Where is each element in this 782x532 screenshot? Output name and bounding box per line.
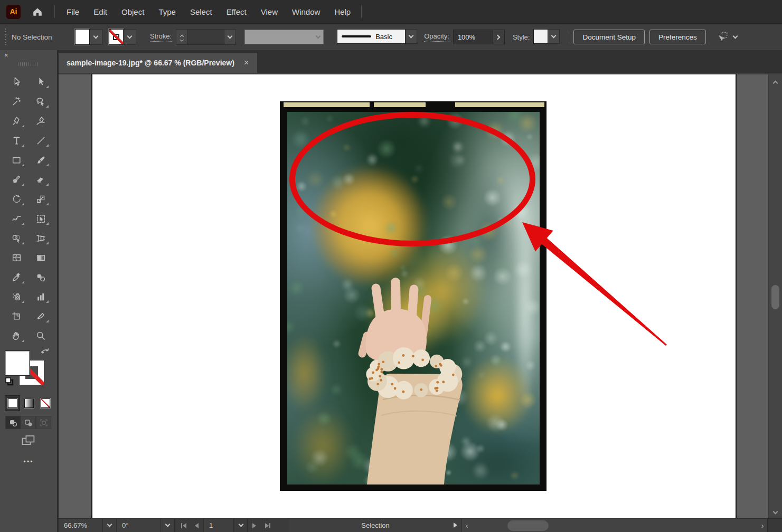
preferences-button[interactable]: Preferences bbox=[649, 30, 706, 44]
menu-type[interactable]: Type bbox=[158, 7, 176, 16]
illustrator-logo-icon[interactable]: Ai bbox=[6, 5, 21, 19]
tool-width[interactable] bbox=[7, 211, 25, 226]
style-dropdown-button[interactable] bbox=[548, 29, 560, 44]
menu-help[interactable]: Help bbox=[334, 7, 351, 16]
tool-type[interactable] bbox=[7, 133, 25, 148]
vertical-scroll-thumb[interactable] bbox=[771, 285, 779, 309]
panel-grip-dots[interactable] bbox=[18, 62, 39, 66]
horizontal-scroll-track[interactable] bbox=[472, 519, 758, 532]
menu-edit[interactable]: Edit bbox=[93, 7, 107, 16]
stroke-weight-field[interactable] bbox=[187, 29, 224, 45]
close-icon[interactable]: × bbox=[244, 58, 249, 68]
panel-grip[interactable] bbox=[5, 28, 6, 45]
tool-rotate[interactable] bbox=[7, 192, 25, 206]
stroke-dropdown-button[interactable] bbox=[124, 29, 136, 45]
scroll-left-icon[interactable]: ‹ bbox=[462, 521, 472, 530]
opacity-label[interactable]: Opacity: bbox=[424, 32, 449, 42]
artboard-number-field[interactable]: 1 bbox=[203, 519, 234, 532]
tool-artboard[interactable] bbox=[7, 309, 25, 324]
tool-scale[interactable] bbox=[32, 192, 50, 206]
brush-definition-field[interactable]: Basic bbox=[337, 29, 406, 44]
draw-normal-button[interactable] bbox=[5, 416, 21, 429]
tool-magic-wand[interactable] bbox=[7, 94, 25, 109]
status-bar: 66.67% 0° 1 Selection bbox=[59, 518, 782, 532]
brush-dropdown-button[interactable] bbox=[406, 29, 417, 44]
tool-rectangle[interactable] bbox=[7, 153, 25, 167]
stroke-weight-dropdown[interactable] bbox=[224, 29, 236, 45]
horizontal-scroll-thumb[interactable] bbox=[507, 520, 549, 531]
tool-direct-selection[interactable] bbox=[32, 74, 50, 89]
scroll-right-icon[interactable]: › bbox=[758, 521, 767, 530]
tool-lasso[interactable] bbox=[32, 94, 50, 109]
tool-column-graph[interactable] bbox=[32, 289, 50, 304]
color-button[interactable] bbox=[5, 396, 20, 411]
edit-toolbar-button[interactable]: ••• bbox=[0, 458, 57, 466]
select-similar-control[interactable] bbox=[715, 30, 737, 44]
tool-selection[interactable] bbox=[7, 74, 25, 89]
gradient-button[interactable] bbox=[22, 396, 36, 411]
tool-hand[interactable] bbox=[7, 328, 25, 343]
stroke-label[interactable]: Stroke: bbox=[150, 32, 172, 42]
zoom-dropdown-button[interactable] bbox=[102, 519, 116, 532]
annotation-arrow[interactable] bbox=[496, 211, 676, 354]
fill-proxy[interactable] bbox=[5, 351, 30, 375]
menu-window[interactable]: Window bbox=[292, 7, 320, 16]
tool-free-transform[interactable] bbox=[32, 211, 50, 226]
rotation-dropdown-button[interactable] bbox=[161, 519, 174, 532]
menu-view[interactable]: View bbox=[261, 7, 278, 16]
swap-fill-stroke-icon[interactable] bbox=[40, 347, 51, 359]
tool-curvature[interactable] bbox=[32, 113, 50, 128]
collapse-panel-button[interactable]: « bbox=[4, 51, 8, 59]
width-profile-dropdown[interactable] bbox=[244, 30, 324, 44]
vertical-scrollbar[interactable] bbox=[768, 74, 782, 518]
tool-blend[interactable] bbox=[32, 270, 50, 284]
status-display[interactable]: Selection bbox=[289, 519, 462, 532]
opacity-field[interactable]: 100% bbox=[453, 30, 493, 44]
tool-symbol-sprayer[interactable] bbox=[7, 289, 25, 304]
last-artboard-button[interactable] bbox=[261, 519, 274, 532]
canvas-area[interactable] bbox=[59, 74, 782, 518]
tool-mesh[interactable] bbox=[7, 250, 25, 265]
tool-shaper[interactable] bbox=[7, 172, 25, 187]
scroll-down-icon[interactable] bbox=[773, 509, 778, 515]
horizontal-scrollbar[interactable]: ‹ › bbox=[462, 519, 767, 532]
menu-file[interactable]: File bbox=[67, 7, 79, 16]
tool-line-segment[interactable] bbox=[32, 133, 50, 148]
fill-dropdown-button[interactable] bbox=[90, 29, 102, 45]
document-area: sample-image-19.jpg* @ 66.67 % (RGB/Prev… bbox=[57, 50, 782, 532]
previous-artboard-button[interactable] bbox=[190, 519, 203, 532]
tool-zoom[interactable] bbox=[32, 328, 50, 343]
tool-eyedropper[interactable] bbox=[7, 270, 25, 284]
default-fill-stroke-icon[interactable] bbox=[4, 376, 15, 389]
stroke-swatch[interactable] bbox=[109, 29, 124, 45]
style-swatch[interactable] bbox=[533, 29, 548, 44]
zoom-level-value: 66.67% bbox=[59, 521, 102, 529]
tool-pen[interactable] bbox=[7, 113, 25, 128]
screen-mode-button[interactable] bbox=[0, 433, 57, 447]
tool-gradient[interactable] bbox=[32, 250, 50, 265]
tool-perspective-grid[interactable] bbox=[32, 231, 50, 245]
home-icon[interactable] bbox=[31, 5, 44, 18]
artboard-dropdown-button[interactable] bbox=[234, 519, 248, 532]
document-tab[interactable]: sample-image-19.jpg* @ 66.67 % (RGB/Prev… bbox=[59, 53, 257, 73]
draw-behind-button[interactable] bbox=[21, 416, 36, 429]
none-button[interactable] bbox=[38, 396, 52, 411]
tool-paintbrush[interactable] bbox=[32, 153, 50, 167]
fill-swatch[interactable] bbox=[75, 29, 90, 45]
menu-object[interactable]: Object bbox=[121, 7, 144, 16]
menu-select[interactable]: Select bbox=[190, 7, 212, 16]
zoom-level-control[interactable]: 66.67% bbox=[59, 519, 117, 532]
scroll-up-icon[interactable] bbox=[773, 81, 778, 86]
tool-slice[interactable] bbox=[32, 309, 50, 324]
tool-shape-builder[interactable] bbox=[7, 231, 25, 245]
next-artboard-button[interactable] bbox=[248, 519, 261, 532]
tool-eraser[interactable] bbox=[32, 172, 50, 187]
status-menu-arrow-icon[interactable] bbox=[454, 522, 457, 528]
document-setup-button[interactable]: Document Setup bbox=[573, 30, 645, 44]
menu-effect[interactable]: Effect bbox=[227, 7, 247, 16]
stroke-weight-stepper[interactable] bbox=[176, 29, 187, 45]
first-artboard-button[interactable] bbox=[177, 519, 190, 532]
rotation-control[interactable]: 0° bbox=[117, 519, 175, 532]
draw-inside-button[interactable] bbox=[36, 416, 51, 429]
opacity-expand-button[interactable] bbox=[493, 30, 505, 44]
